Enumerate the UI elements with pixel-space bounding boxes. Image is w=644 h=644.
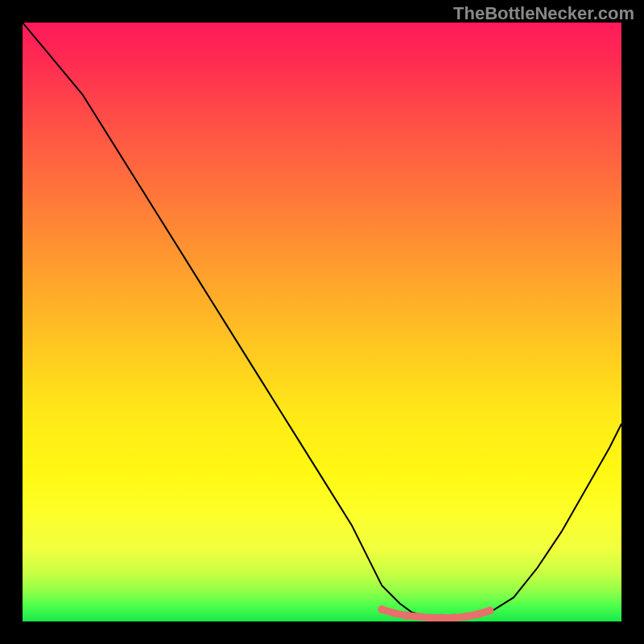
marker-band: [378, 605, 493, 621]
watermark-text: TheBottleNecker.com: [453, 3, 634, 24]
marker-dot: [390, 609, 398, 617]
marker-dot: [485, 607, 493, 615]
bottleneck-curve: [23, 23, 621, 618]
marker-dot: [402, 612, 410, 620]
marker-band-path: [382, 609, 489, 617]
marker-dot: [473, 610, 481, 618]
chart-svg: [23, 23, 621, 621]
marker-dot: [378, 605, 386, 613]
marker-dot: [462, 613, 470, 621]
marker-dot: [414, 613, 422, 621]
